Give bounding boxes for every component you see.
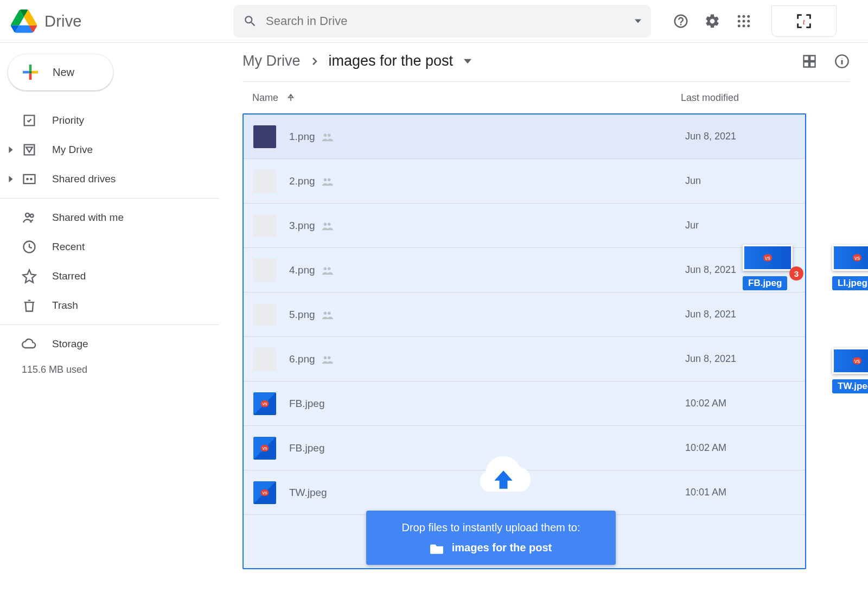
- sidebar-item-label: Recent: [52, 241, 85, 253]
- svg-point-7: [743, 24, 745, 27]
- file-modified: Jun 8, 2021: [685, 309, 736, 320]
- search-options-icon[interactable]: [635, 18, 641, 24]
- file-name: 6.png: [289, 353, 685, 365]
- drop-tooltip-text: Drop files to instantly upload them to:: [379, 521, 603, 534]
- sidebar-item-recent[interactable]: Recent: [0, 232, 219, 262]
- file-row[interactable]: 2.pngJun: [244, 159, 805, 203]
- svg-point-20: [328, 178, 331, 181]
- file-modified: 10:02 AM: [685, 442, 726, 454]
- main-area: My Drive images for the post Name Last m…: [220, 43, 868, 592]
- svg-point-1: [743, 15, 745, 18]
- plus-icon: [19, 61, 42, 84]
- svg-point-13: [25, 213, 29, 217]
- shared-icon: [322, 132, 334, 142]
- sidebar-item-sharedwithme[interactable]: Shared with me: [0, 203, 219, 232]
- new-button-label: New: [53, 66, 74, 79]
- drop-tooltip: Drop files to instantly upload them to: …: [366, 511, 616, 565]
- expand-icon[interactable]: [8, 176, 14, 182]
- file-thumbnail: [253, 214, 276, 237]
- svg-point-19: [323, 178, 327, 181]
- sidebar-item-shareddrives[interactable]: Shared drives: [0, 164, 219, 194]
- file-row[interactable]: 4.pngJun 8, 2021: [244, 248, 805, 292]
- drag-ghost-label: LI.jpeg: [832, 276, 868, 290]
- file-list-dropzone[interactable]: 1.pngJun 8, 20212.pngJun3.pngJur4.pngJun…: [242, 113, 806, 569]
- file-row[interactable]: 5.pngJun 8, 2021: [244, 292, 805, 337]
- chevron-right-icon: [308, 55, 321, 68]
- sidebar-item-label: Shared drives: [52, 173, 116, 185]
- svg-point-14: [30, 214, 34, 218]
- file-row[interactable]: 1.pngJun 8, 2021: [244, 114, 805, 159]
- svg-point-2: [747, 15, 750, 18]
- chevron-down-icon[interactable]: [464, 58, 471, 65]
- drag-ghost: TW.jpeg: [832, 348, 868, 393]
- file-name: 2.png: [289, 175, 685, 187]
- shared-icon: [322, 221, 334, 231]
- svg-point-8: [747, 24, 750, 27]
- logo-section: Drive: [11, 9, 233, 33]
- file-name: FB.jpeg: [289, 398, 685, 410]
- svg-point-23: [323, 267, 327, 270]
- info-icon[interactable]: [834, 54, 850, 69]
- file-row[interactable]: 6.pngJun 8, 2021: [244, 337, 805, 381]
- app-header: Drive t: [0, 0, 868, 43]
- svg-point-25: [323, 311, 327, 315]
- sidebar-item-storage[interactable]: Storage: [0, 329, 219, 359]
- priority-icon: [22, 113, 37, 128]
- shared-icon: [322, 310, 334, 320]
- recent-icon: [22, 239, 37, 254]
- search-icon: [243, 14, 257, 28]
- file-thumbnail: [253, 481, 276, 504]
- column-name[interactable]: Name: [252, 92, 681, 104]
- sidebar-item-label: Starred: [52, 270, 86, 282]
- column-modified[interactable]: Last modified: [681, 92, 840, 104]
- file-thumbnail: [253, 348, 276, 371]
- shared-icon: [322, 265, 334, 275]
- sidebar-item-mydrive[interactable]: My Drive: [0, 135, 219, 164]
- sidebar-item-priority[interactable]: Priority: [0, 106, 219, 135]
- extension-chip[interactable]: t: [771, 5, 837, 37]
- svg-point-4: [743, 20, 745, 23]
- drag-ghost-label: TW.jpeg: [832, 379, 868, 393]
- sidebar-item-trash[interactable]: Trash: [0, 291, 219, 320]
- search-box[interactable]: [233, 5, 651, 37]
- apps-icon[interactable]: [736, 13, 752, 29]
- sidebar: New Priority My Drive Shared drives Shar…: [0, 43, 220, 592]
- svg-point-28: [328, 356, 331, 359]
- search-input[interactable]: [266, 14, 635, 28]
- storage-used-text: 115.6 MB used: [0, 364, 219, 375]
- star-icon: [22, 269, 37, 284]
- shareddrives-icon: [22, 171, 37, 187]
- sharedwithme-icon: [22, 210, 37, 225]
- file-row[interactable]: 3.pngJur: [244, 203, 805, 248]
- new-button[interactable]: New: [8, 54, 113, 91]
- file-modified: Jur: [685, 220, 699, 231]
- file-row[interactable]: FB.jpeg10:02 AM: [244, 381, 805, 426]
- storage-label: Storage: [52, 338, 88, 350]
- svg-point-21: [323, 222, 327, 226]
- file-modified: Jun: [685, 175, 701, 187]
- settings-icon[interactable]: [704, 13, 720, 29]
- breadcrumb-root[interactable]: My Drive: [242, 53, 301, 69]
- svg-point-0: [738, 15, 741, 18]
- drag-ghost-label: FB.jpeg: [743, 276, 787, 290]
- file-name: 3.png: [289, 220, 685, 232]
- column-modified-label: Last modified: [681, 92, 739, 103]
- grid-view-icon[interactable]: [802, 54, 817, 69]
- file-modified: Jun 8, 2021: [685, 353, 736, 365]
- cloud-icon: [22, 336, 37, 352]
- file-modified: Jun 8, 2021: [685, 131, 736, 142]
- breadcrumb-current[interactable]: images for the post: [329, 53, 454, 69]
- svg-point-24: [328, 267, 331, 270]
- drag-ghost-thumb: [743, 245, 793, 271]
- file-thumbnail: [253, 259, 276, 282]
- table-header: Name Last modified: [242, 82, 850, 113]
- svg-point-3: [738, 20, 741, 23]
- sidebar-item-label: My Drive: [52, 144, 93, 156]
- svg-point-22: [328, 222, 331, 226]
- shared-icon: [322, 176, 334, 186]
- help-icon[interactable]: [673, 13, 689, 29]
- expand-icon[interactable]: [8, 147, 14, 153]
- file-thumbnail: [253, 392, 276, 415]
- sidebar-item-label: Trash: [52, 300, 78, 311]
- sidebar-item-starred[interactable]: Starred: [0, 262, 219, 291]
